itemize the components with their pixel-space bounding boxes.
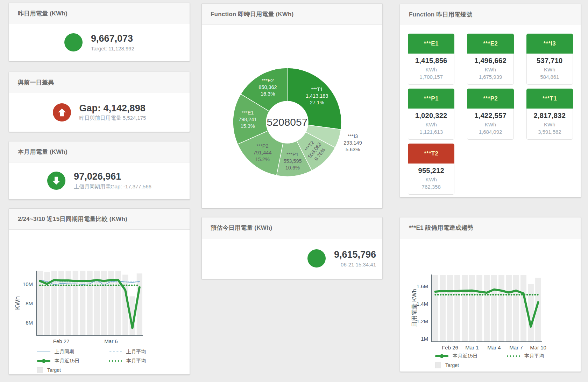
stat-subtitle: 上個月同期用電Gap: -17,377,566 [74,183,151,190]
stat-subtitle: Target: 11,128,992 [91,46,134,51]
tile-p2: ***P21,422,557KWh1,684,092 [467,89,513,140]
card-title: ***E1 設備用電達成趨勢 [400,217,581,238]
card-compare-chart: 2/24~3/10 近15日同期用電量比較 (KWh) 6M8M10MFeb 2… [9,208,190,375]
tile-status-header: ***I3 [526,34,573,54]
tile-e1: ***E11,415,856KWh1,700,157 [408,34,454,85]
legend-sample-solid-blue-icon [37,352,50,352]
legend-item-dotted-green[interactable]: 本月平均 [507,352,579,360]
target-bar [491,275,497,342]
x-tick-label: Feb 27 [53,338,70,344]
x-tick-label: Mar 4 [487,345,501,350]
target-bar [469,275,475,342]
stat-value: 9,667,073 [91,33,134,44]
card-realtime-donut: Function 即時日用電量 (KWh) ***T11,413,18327.1… [201,4,383,208]
card-day-gap: 與前一日差異 Gap: 4,142,898 昨日與前日用電量 5,524,175 [9,72,190,132]
legend-item-target-box[interactable]: Target [37,366,109,374]
tile-value: 1,020,322 [410,112,453,120]
card-title: 昨日用電量 (KWh) [9,3,190,24]
card-status-tiles: Function 昨日用電燈號 ***E11,415,856KWh1,700,1… [400,4,581,197]
card-title-text: ***E1 設備用電達成趨勢 [409,224,473,232]
card-title-text: 預估今日用電量 (KWh) [211,224,272,232]
legend-sample-target-box-icon [435,362,441,368]
card-title: 2/24~3/10 近15日同期用電量比較 (KWh) [9,209,190,230]
x-tick-label: Mar 6 [104,338,118,344]
legend-label: 本月平均 [524,353,544,359]
compare-chart-legend: 上月同期上月平均本月近15日本月平均Target [37,348,180,374]
donut-center-total: 5208057 [267,116,308,128]
tile-subvalue: 762,358 [410,184,453,190]
tile-t1: ***T12,817,832KWh3,591,562 [526,89,573,140]
card-title-text: Function 即時日用電量 (KWh) [211,10,293,18]
card-title-text: 本月用電量 (KWh) [18,148,68,156]
card-title: 預估今日用電量 (KWh) [202,217,382,238]
donut-slice-label: ***I3293,1495.63% [343,133,362,152]
arrow-up-circle-icon [53,103,71,121]
y-axis-label: 日用電量 KWh [411,289,418,327]
trend-line-chart: 1M1.2M1.4M1.6MFeb 26Mar 1Mar 4Mar 7Mar 1… [400,238,581,357]
y-tick-label: 8M [26,300,33,306]
target-bar [520,275,526,342]
stat-value: Gap: 4,142,898 [79,103,146,114]
card-e1-trend: ***E1 設備用電達成趨勢 1M1.2M1.4M1.6MFeb 26Mar 1… [400,217,581,372]
tile-e2: ***E21,496,662KWh1,675,939 [467,34,513,85]
x-tick-label: Mar 10 [530,345,546,350]
target-bar [432,275,438,342]
tile-body: 1,422,557KWh1,684,092 [467,109,513,140]
stat-timestamp: 06-21 15:34:41 [334,262,376,268]
stat-subtitle: 昨日與前日用電量 5,524,175 [79,115,146,121]
target-bar [462,275,468,342]
tile-subvalue: 1,684,092 [469,129,512,135]
y-axis-label: KWh [14,296,21,310]
legend-sample-dotted-green-icon [109,360,122,362]
legend-item-dotted-green[interactable]: 本月平均 [109,357,180,365]
legend-sample-thick-green-icon [37,360,50,362]
tile-unit: KWh [410,176,453,182]
legend-label: 本月近15日 [453,353,478,359]
target-bar [498,275,504,342]
tile-unit: KWh [469,121,512,127]
card-title-text: 2/24~3/10 近15日同期用電量比較 (KWh) [18,215,127,223]
legend-label: 本月近15日 [55,358,80,364]
x-tick-label: Feb 26 [442,345,458,350]
legend-label: 上月同期 [55,349,74,355]
target-bar [513,275,519,342]
tile-subvalue: 584,861 [528,74,571,80]
legend-sample-dotted-blue-icon [109,352,122,352]
tile-unit: KWh [469,67,512,72]
card-month-usage: 本月用電量 (KWh) 97,026,961 上個月同期用電Gap: -17,3… [9,141,190,200]
tile-value: 1,415,856 [410,57,453,65]
legend-item-thick-green[interactable]: 本月近15日 [435,352,507,360]
tile-unit: KWh [528,121,571,127]
tile-body: 537,710KWh584,861 [526,54,573,85]
legend-item-thick-green[interactable]: 本月近15日 [37,357,109,365]
legend-label: Target [47,367,61,373]
tile-subvalue: 3,591,562 [528,129,571,135]
tile-status-header: ***E1 [408,34,454,54]
target-bar [506,275,512,342]
legend-label: 本月平均 [126,358,146,364]
legend-item-solid-blue[interactable]: 上月同期 [37,348,109,356]
card-title: Function 即時日用電量 (KWh) [202,4,382,25]
card-title-text: 與前一日差異 [18,78,54,86]
legend-item-dotted-blue[interactable]: 上月平均 [109,348,180,356]
tile-body: 2,817,832KWh3,591,562 [526,109,573,140]
y-tick-label: 1.6M [417,283,428,289]
target-bar [484,275,490,342]
tile-status-header: ***T2 [408,144,454,164]
x-tick-label: Mar 7 [509,345,523,350]
tile-p1: ***P11,020,322KWh1,121,613 [408,89,454,140]
tile-value: 537,710 [528,57,571,65]
arrow-down-circle-icon [47,172,65,190]
stat-value: 97,026,961 [74,171,151,182]
card-body: 97,026,961 上個月同期用電Gap: -17,377,566 [9,162,190,199]
card-body: Gap: 4,142,898 昨日與前日用電量 5,524,175 [9,93,190,131]
status-circle-icon [64,33,83,51]
card-body: 9,615,796 06-21 15:34:41 [202,238,382,278]
legend-item-target-box[interactable]: Target [435,361,507,369]
tile-value: 955,212 [410,167,453,175]
y-tick-label: 10M [23,281,33,287]
tile-unit: KWh [410,121,453,127]
legend-label: Target [445,362,459,368]
status-circle-icon [307,249,326,268]
tile-body: 955,212KWh762,358 [408,164,454,195]
